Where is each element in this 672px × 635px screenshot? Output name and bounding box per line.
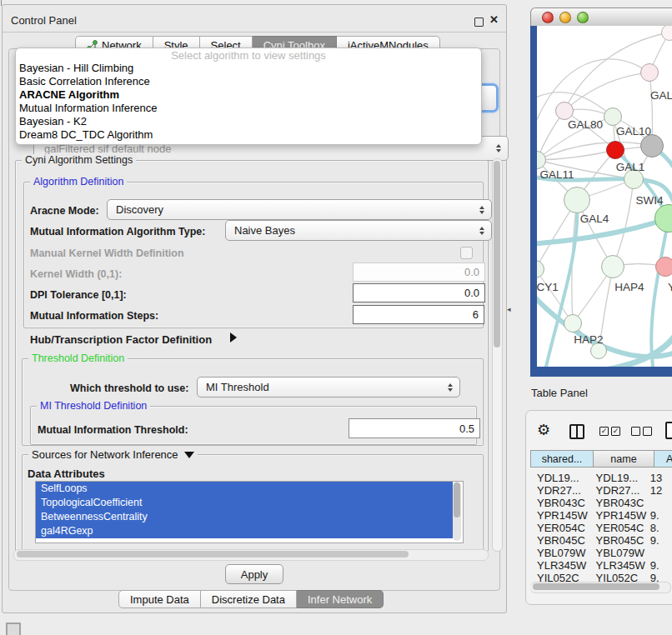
network-nodes-layer: GALGAL80GAL10GAL1GAL11SWI4GAL4GCY1HAP4YH… [537,26,672,367]
table-hscrollbar-thumb[interactable] [533,583,659,590]
settings-vertical-scrollbar[interactable] [492,158,503,552]
network-node[interactable] [564,314,582,332]
new-table-icon[interactable] [665,422,672,439]
which-threshold-combo[interactable]: MI Threshold [197,377,460,398]
mi-type-combo[interactable]: Naive Bayes [225,220,492,241]
threshold-definition-title: Threshold Definition [28,352,128,364]
network-node-label: GAL [650,89,672,102]
column-header-name[interactable]: name [593,450,654,468]
zoom-traffic-light[interactable] [577,12,589,23]
column-header-shared[interactable]: shared... [530,450,594,468]
select-all-checkboxes-icon[interactable]: ✓✓ [599,427,620,436]
apply-button[interactable]: Apply [225,564,283,584]
network-node[interactable] [640,63,659,82]
cell-shared-name: YER054C [530,522,593,534]
list-scrollbar-thumb[interactable] [454,482,460,518]
bottom-tabbar: Impute Data Discretize Data Infer Networ… [118,590,384,608]
algorithm-option[interactable]: Mutual Information Inference [16,102,481,115]
table-row[interactable]: YPR145W YPR145W 9. [530,509,672,522]
network-node[interactable] [604,108,622,126]
mi-threshold-label: Mutual Information Threshold: [38,424,188,436]
data-attributes-list[interactable]: SelfLoops TopologicalCoefficient Between… [35,481,464,543]
cell-value: 12 [649,484,672,497]
table-row[interactable]: YDL19... YDL19... 13 [530,472,672,484]
table-row[interactable]: YBR043C YBR043C [530,497,672,509]
list-scrollbar[interactable] [453,482,461,541]
cell-name: YBL079W [593,547,649,559]
algorithm-option[interactable]: Bayesian - K2 [16,115,481,128]
aracne-mode-combo[interactable]: Discovery [107,199,492,220]
algorithm-option[interactable]: Basic Correlation Inference [16,75,481,88]
manual-kernel-checkbox[interactable] [460,247,473,259]
network-node[interactable] [601,255,624,278]
network-node[interactable] [555,102,574,120]
table-row[interactable]: YLR345W YLR345W 9. [530,559,672,572]
list-item[interactable]: gal4RGexp [36,524,453,538]
network-node-label: GAL10 [616,125,651,138]
settings-scrollbar-thumb[interactable] [494,161,500,348]
gear-icon[interactable]: ⚙ [537,421,550,439]
table-row[interactable]: YER054C YER054C 8. [530,522,672,534]
mi-steps-label: Mutual Information Steps: [30,310,158,322]
table-row[interactable]: YBR045C YBR045C 9. [530,534,672,547]
deselect-all-checkboxes-icon[interactable] [631,427,652,436]
minimize-traffic-light[interactable] [559,12,571,23]
float-window-icon[interactable] [474,18,484,27]
mi-steps-value: 6 [473,308,479,321]
dpi-tolerance-value: 0.0 [464,287,479,299]
network-node[interactable] [640,134,664,158]
table-row[interactable]: YDR27... YDR27... 12 [530,484,672,497]
cell-name: YDR27... [593,484,649,497]
list-item[interactable]: TopologicalCoefficient [36,496,453,510]
mi-threshold-field[interactable]: 0.5 [349,418,480,438]
mi-threshold-value: 0.5 [459,422,474,435]
panel-splitter-arrow-icon[interactable]: ◂ [507,305,511,313]
network-node[interactable] [661,26,672,41]
tab-infer-network[interactable]: Infer Network [297,590,384,608]
column-header-partial[interactable]: A [654,450,672,468]
algorithm-option-selected[interactable]: ARACNE Algorithm [16,88,481,102]
algorithm-option[interactable]: Bayesian - Hill Climbing [16,62,481,75]
tab-label: Discretize Data [212,593,285,606]
close-traffic-light[interactable] [542,12,554,23]
tab-impute-data[interactable]: Impute Data [118,590,201,608]
settings-hscrollbar-thumb[interactable] [17,551,409,558]
mi-steps-field[interactable]: 6 [353,305,484,324]
network-canvas[interactable]: GALGAL80GAL10GAL1GAL11SWI4GAL4GCY1HAP4YH… [537,26,672,367]
cell-name: YLR345W [593,559,649,572]
close-icon[interactable]: ✕ [489,13,499,26]
cell-value: 13 [649,472,672,484]
network-node[interactable] [537,151,546,169]
network-node[interactable] [606,141,624,159]
which-threshold-label: Which threshold to use: [70,382,188,394]
algorithm-option[interactable]: Dream8 DC_TDC Algorithm [16,128,481,142]
minimized-panel-icon[interactable] [6,622,21,635]
kernel-width-value: 0.0 [464,266,479,278]
tab-discretize-data[interactable]: Discretize Data [201,590,297,608]
list-item[interactable]: SelfLoops [36,482,453,496]
network-node[interactable] [654,204,672,232]
network-node[interactable] [537,260,544,278]
kernel-width-label: Kernel Width (0,1): [30,268,122,280]
network-node-label: GAL80 [568,118,603,131]
cell-shared-name: YLR345W [530,559,593,572]
combo-arrows-icon [479,206,484,214]
network-node[interactable] [564,187,590,213]
algorithm-dropdown-popup: Select algorithm to view settings Bayesi… [15,48,482,145]
network-window-titlebar[interactable] [530,8,672,28]
network-node[interactable] [655,257,672,277]
network-node-label: HAP2 [574,333,603,346]
kernel-width-field[interactable]: 0.0 [353,262,485,282]
cell-value: 9. [649,534,672,547]
cell-name: YER054C [593,522,649,534]
settings-horizontal-scrollbar[interactable] [13,549,489,561]
network-node-label: GAL11 [539,168,574,181]
expand-arrow-icon[interactable] [230,332,237,342]
table-row[interactable]: YBL079W YBL079W [530,547,672,559]
cell-value: 9. [649,509,672,522]
columns-icon[interactable] [569,424,584,439]
list-item[interactable]: BetweennessCentrality [36,510,453,524]
dpi-tolerance-field[interactable]: 0.0 [353,283,485,302]
table-horizontal-scrollbar[interactable] [530,582,671,593]
collapse-arrow-icon[interactable] [184,452,194,458]
